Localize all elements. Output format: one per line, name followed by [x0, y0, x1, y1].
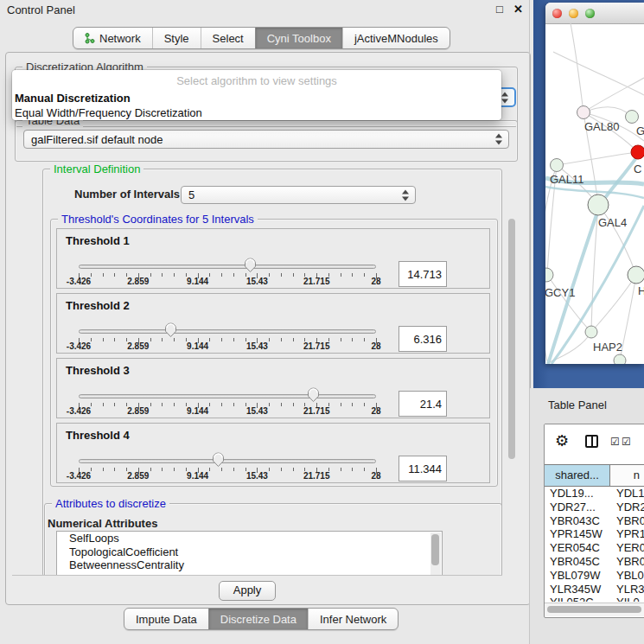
- combobox-arrows-icon: [402, 189, 409, 201]
- tick-label: 28: [371, 471, 380, 481]
- network-icon: [85, 33, 95, 44]
- table-row[interactable]: YLR345WYLR3: [545, 583, 644, 596]
- table-row[interactable]: YDL19...YDL1: [545, 487, 644, 501]
- attribute-item-betweennesscentrality[interactable]: BetweennessCentrality: [57, 558, 442, 572]
- threshold-4-slider-knob[interactable]: [212, 452, 225, 468]
- tick-label: -3.426: [67, 277, 91, 286]
- cell-name: YBR0: [610, 514, 644, 528]
- tick-label: 9.144: [187, 277, 208, 286]
- table-row[interactable]: YER054CYER0: [545, 541, 644, 555]
- tab-impute-data[interactable]: Impute Data: [124, 609, 208, 629]
- threshold-3-slider-track[interactable]: [79, 394, 376, 399]
- tab-style[interactable]: Style: [152, 28, 201, 48]
- minor-tick: [221, 403, 222, 406]
- minor-tick: [162, 338, 163, 341]
- tab-infer-network[interactable]: Infer Network: [308, 609, 398, 629]
- minor-tick: [162, 273, 163, 277]
- minor-tick: [281, 403, 282, 406]
- minor-tick: [174, 403, 175, 406]
- column-layout-icon[interactable]: [585, 435, 598, 448]
- application-window: Control Panel □ ✕ NetworkStyleSelectCyni…: [0, 0, 644, 644]
- tab-cyni-toolbox[interactable]: Cyni Toolbox: [255, 28, 342, 48]
- close-icon[interactable]: ✕: [513, 3, 523, 16]
- table-horizontal-scrollbar[interactable]: [545, 603, 644, 616]
- tick-label: -3.426: [67, 341, 91, 351]
- node-gal4[interactable]: [588, 194, 609, 215]
- tick-label: 15.43: [246, 277, 268, 286]
- threshold-2-slider-knob[interactable]: [164, 322, 177, 338]
- float-window-icon[interactable]: □: [496, 3, 503, 16]
- node-hap2[interactable]: [585, 326, 597, 338]
- zoom-traffic-light-icon[interactable]: [585, 9, 595, 18]
- table-header-shared-name[interactable]: shared...: [545, 465, 610, 486]
- threshold-4-slider-track[interactable]: [79, 459, 376, 463]
- checkbox-select-all-icon[interactable]: ☑: [610, 437, 620, 447]
- tab-label: Network: [99, 32, 141, 45]
- tick-label: 28: [371, 277, 380, 286]
- threshold-3-slider-knob[interactable]: [307, 387, 320, 403]
- tab-network[interactable]: Network: [73, 28, 152, 48]
- minimize-traffic-light-icon[interactable]: [569, 9, 578, 18]
- gear-icon[interactable]: ⚙: [555, 433, 569, 449]
- tick-label: 28: [371, 341, 380, 351]
- checkbox-select-none-icon[interactable]: ☑: [622, 437, 631, 447]
- cell-shared-name: YBR045C: [545, 555, 610, 569]
- table-row[interactable]: YIL052CYIL0: [545, 596, 644, 602]
- threshold-4-label: Threshold 4: [66, 429, 130, 442]
- minor-tick: [364, 273, 365, 277]
- tick-label: -3.426: [67, 406, 91, 416]
- threshold-3-label: Threshold 3: [66, 364, 130, 377]
- table-row[interactable]: YBR045CYBR0: [545, 555, 644, 569]
- cell-shared-name: YDR27...: [545, 501, 610, 514]
- minor-tick: [103, 403, 104, 406]
- dropdown-option-equal-width-frequency[interactable]: Equal Width/Frequency Discretization: [15, 105, 499, 120]
- node-gal80[interactable]: [577, 106, 590, 119]
- tick-label: 2.859: [127, 406, 149, 416]
- threshold-3-value-input[interactable]: 21.4: [399, 391, 447, 417]
- attribute-item-selfloops[interactable]: SelfLoops: [57, 532, 442, 545]
- apply-button[interactable]: Apply: [219, 581, 276, 601]
- threshold-1-slider-track[interactable]: [79, 265, 376, 269]
- threshold-1-value-input[interactable]: 14.713: [399, 261, 447, 287]
- tab-discretize-data[interactable]: Discretize Data: [208, 609, 308, 629]
- dropdown-option-manual-discretization[interactable]: Manual Discretization: [15, 91, 499, 105]
- table-data-combobox[interactable]: galFiltered.sif default node: [23, 130, 509, 149]
- minor-tick: [281, 273, 282, 277]
- table-row[interactable]: YBL079WYBL0: [545, 569, 644, 583]
- numerical-attributes-list[interactable]: SelfLoopsTopologicalCoefficientBetweenne…: [56, 531, 443, 576]
- threshold-2-slider-track[interactable]: [79, 329, 376, 334]
- tab-jactivemnodules[interactable]: jActiveMNodules: [342, 28, 450, 48]
- minor-tick: [269, 403, 270, 406]
- table-row[interactable]: YBR043CYBR0: [545, 514, 644, 528]
- settings-scrollbar[interactable]: [506, 163, 518, 573]
- dropdown-hint-item[interactable]: Select algorithm to view settings: [12, 74, 501, 87]
- minor-tick: [209, 273, 210, 277]
- tab-label: Infer Network: [320, 613, 386, 626]
- settings-scrollbar-thumb[interactable]: [508, 219, 515, 459]
- node-bottom[interactable]: [614, 354, 626, 364]
- tick-label: -3.426: [67, 471, 91, 481]
- threshold-1-slider-knob[interactable]: [244, 258, 257, 273]
- table-row[interactable]: YDR27...YDR2: [545, 501, 644, 514]
- cyni-mode-tabbar: Impute DataDiscretize DataInfer Network: [124, 608, 399, 630]
- number-of-intervals-combobox[interactable]: 5: [181, 186, 416, 204]
- close-traffic-light-icon[interactable]: [552, 9, 562, 18]
- table-horizontal-scrollbar-thumb[interactable]: [547, 606, 641, 613]
- minor-tick: [281, 468, 282, 471]
- tab-select[interactable]: Select: [201, 28, 255, 48]
- table-header-name[interactable]: n: [610, 465, 644, 486]
- attributes-list-scrollbar[interactable]: [430, 532, 441, 575]
- node-red-selected[interactable]: [631, 145, 644, 159]
- node-ga[interactable]: [626, 111, 639, 124]
- node-gal11[interactable]: [551, 159, 564, 172]
- threshold-4-value-input[interactable]: 11.344: [399, 456, 447, 481]
- attributes-list-scrollbar-thumb[interactable]: [431, 534, 439, 565]
- node-h[interactable]: [628, 266, 644, 284]
- table-row[interactable]: YPR145WYPR1: [545, 527, 644, 541]
- network-canvas[interactable]: GAL80 GA C GAL11 GAL4 GCY1 H HAP2: [545, 23, 644, 364]
- attribute-item-topologicalcoefficient[interactable]: TopologicalCoefficient: [57, 545, 442, 559]
- cyni-toolbox-panel: Discretization Algorithm Select algorith…: [5, 52, 531, 605]
- node-gcy1[interactable]: [545, 268, 553, 282]
- threshold-2-value-input[interactable]: 6.316: [399, 326, 447, 352]
- tab-label: Cyni Toolbox: [267, 32, 331, 45]
